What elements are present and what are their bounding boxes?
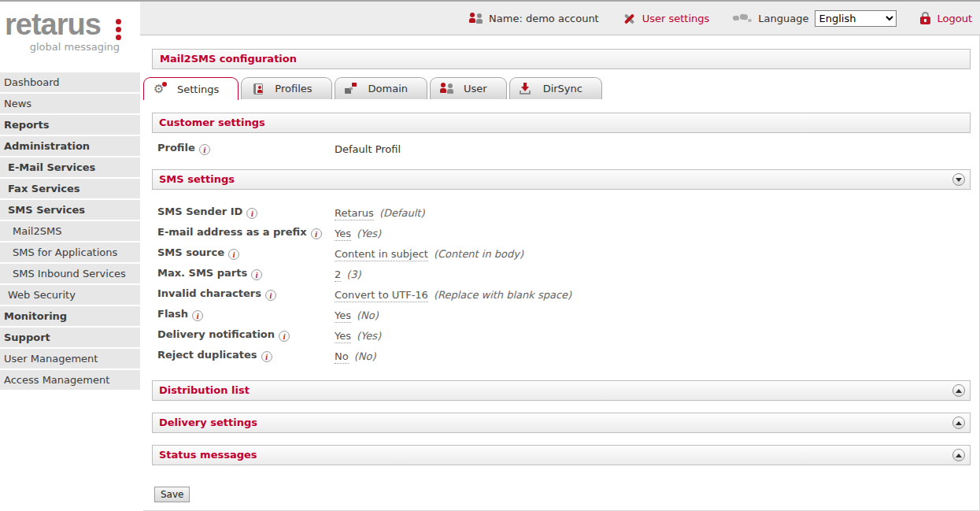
field-value[interactable]: No bbox=[335, 350, 349, 364]
collapse-chevron-down-icon[interactable] bbox=[952, 173, 965, 186]
section-sms-settings-title: SMS settings bbox=[159, 173, 235, 185]
tab-bar: ⚙ Settings Profiles Domain User DirSync bbox=[143, 77, 602, 100]
lock-icon bbox=[920, 12, 930, 24]
section-status-messages-title: Status messages bbox=[159, 449, 257, 461]
section-distribution-list-title: Distribution list bbox=[159, 384, 250, 396]
settings-panel: Customer settings Profile Default Profil… bbox=[152, 113, 971, 502]
sidebar-item-support[interactable]: Support bbox=[0, 328, 140, 347]
tab-settings[interactable]: ⚙ Settings bbox=[143, 77, 239, 100]
field-label: Flash bbox=[157, 308, 188, 320]
info-icon[interactable] bbox=[261, 351, 272, 362]
sidebar-item-administration[interactable]: Administration bbox=[0, 136, 140, 156]
field-label: SMS Sender ID bbox=[157, 206, 242, 217]
field-row-reject-duplicates: Reject duplicates No(No) bbox=[152, 346, 971, 367]
info-icon[interactable] bbox=[246, 208, 257, 219]
gear-icon: ⚙ bbox=[153, 83, 167, 95]
section-delivery-settings-title: Delivery settings bbox=[159, 417, 257, 428]
field-label: Max. SMS parts bbox=[157, 267, 247, 279]
field-label: SMS source bbox=[157, 246, 224, 258]
field-row-sms-source: SMS source Content in subject(Content in… bbox=[152, 244, 971, 265]
tab-profiles-label: Profiles bbox=[275, 83, 312, 94]
field-row-max-sms-parts: Max. SMS parts 2(3) bbox=[152, 265, 971, 285]
tab-domain[interactable]: Domain bbox=[335, 77, 427, 99]
users-icon bbox=[469, 13, 483, 24]
section-distribution-list: Distribution list bbox=[152, 380, 971, 401]
info-icon[interactable] bbox=[279, 331, 290, 342]
field-row-profile: Profile Default Profil bbox=[152, 139, 971, 160]
sidebar-item-access-management[interactable]: Access Management bbox=[0, 370, 140, 390]
field-value: Default Profil bbox=[335, 143, 401, 155]
field-value[interactable]: Retarus bbox=[335, 207, 374, 220]
tab-user[interactable]: User bbox=[430, 77, 507, 99]
expand-chevron-up-icon[interactable] bbox=[952, 417, 965, 429]
save-button[interactable]: Save bbox=[154, 487, 190, 502]
field-label: Profile bbox=[157, 142, 195, 154]
field-row-invalid-characters: Invalid characters Convert to UTF-16(Rep… bbox=[152, 285, 971, 305]
logout-link[interactable]: Logout bbox=[937, 13, 972, 24]
sidebar-nav: Dashboard News Reports Administration E-… bbox=[0, 72, 140, 391]
sidebar-item-user-management[interactable]: User Management bbox=[0, 349, 140, 368]
info-icon[interactable] bbox=[265, 290, 276, 301]
tab-user-label: User bbox=[464, 83, 487, 94]
field-default-hint: (Default) bbox=[379, 207, 425, 219]
top-bar: Name: demo account User settings Languag… bbox=[140, 2, 980, 35]
brand-tagline: global messaging bbox=[30, 41, 120, 53]
section-customer-settings: Customer settings bbox=[152, 113, 971, 133]
sidebar-item-dashboard[interactable]: Dashboard bbox=[0, 72, 140, 92]
expand-chevron-up-icon[interactable] bbox=[952, 449, 965, 461]
tab-domain-label: Domain bbox=[368, 83, 408, 94]
account-name-label: Name: demo account bbox=[489, 13, 599, 24]
field-default-hint: (3) bbox=[346, 268, 361, 280]
section-customer-settings-title: Customer settings bbox=[159, 117, 265, 128]
sidebar-item-news[interactable]: News bbox=[0, 94, 140, 113]
brand-name: retarus bbox=[5, 8, 101, 42]
field-default-hint: (Content in body) bbox=[434, 248, 523, 260]
section-delivery-settings: Delivery settings bbox=[152, 413, 971, 433]
info-icon[interactable] bbox=[311, 228, 322, 239]
field-default-hint: (Replace with blank space) bbox=[434, 289, 571, 301]
page-title: Mail2SMS configuration bbox=[152, 49, 971, 69]
language-label: Language bbox=[758, 13, 808, 24]
sidebar-item-fax-services[interactable]: Fax Services bbox=[0, 179, 140, 198]
customer-settings-rows: Profile Default Profil bbox=[152, 139, 971, 160]
field-label: Invalid characters bbox=[157, 287, 261, 299]
field-value[interactable]: Yes bbox=[335, 330, 351, 343]
world-map-icon bbox=[733, 13, 752, 24]
tab-dirsync-label: DirSync bbox=[543, 83, 582, 94]
sidebar-item-sms-for-applications[interactable]: SMS for Applications bbox=[0, 243, 140, 262]
user-settings-link[interactable]: User settings bbox=[642, 13, 710, 24]
section-status-messages: Status messages bbox=[152, 445, 971, 465]
address-book-icon bbox=[251, 83, 264, 95]
sidebar-item-sms-inbound-services[interactable]: SMS Inbound Services bbox=[0, 264, 140, 283]
field-row-email-prefix: E-mail address as a prefix Yes(Yes) bbox=[152, 224, 971, 244]
field-value[interactable]: Convert to UTF-16 bbox=[335, 289, 428, 302]
tools-icon bbox=[623, 13, 636, 24]
field-label: E-mail address as a prefix bbox=[157, 226, 307, 238]
tab-dirsync[interactable]: DirSync bbox=[509, 77, 602, 99]
sidebar-item-sms-services[interactable]: SMS Services bbox=[0, 200, 140, 220]
field-value[interactable]: Yes bbox=[335, 228, 351, 241]
info-icon[interactable] bbox=[192, 310, 203, 321]
users-icon bbox=[440, 83, 453, 95]
field-value[interactable]: 2 bbox=[335, 268, 341, 282]
sidebar-item-mail2sms[interactable]: Mail2SMS bbox=[0, 221, 140, 241]
field-value[interactable]: Content in subject bbox=[335, 248, 428, 261]
field-default-hint: (No) bbox=[354, 350, 376, 362]
brand-logo: retarus global messaging bbox=[0, 2, 140, 72]
field-label: Delivery notification bbox=[157, 328, 275, 340]
language-select[interactable]: English bbox=[815, 10, 897, 27]
field-default-hint: (Yes) bbox=[357, 330, 381, 342]
expand-chevron-up-icon[interactable] bbox=[952, 384, 965, 397]
field-row-delivery-notification: Delivery notification Yes(Yes) bbox=[152, 326, 971, 346]
field-value[interactable]: Yes bbox=[335, 309, 351, 323]
sidebar-item-reports[interactable]: Reports bbox=[0, 115, 140, 135]
field-row-sms-sender-id: SMS Sender ID Retarus(Default) bbox=[152, 203, 971, 224]
info-icon[interactable] bbox=[251, 269, 262, 280]
sidebar-item-monitoring[interactable]: Monitoring bbox=[0, 306, 140, 326]
info-icon[interactable] bbox=[199, 144, 210, 155]
download-icon bbox=[520, 83, 533, 95]
tab-profiles[interactable]: Profiles bbox=[241, 77, 331, 99]
sidebar-item-email-services[interactable]: E-Mail Services bbox=[0, 157, 140, 177]
sidebar-item-web-security[interactable]: Web Security bbox=[0, 285, 140, 305]
info-icon[interactable] bbox=[228, 249, 239, 260]
